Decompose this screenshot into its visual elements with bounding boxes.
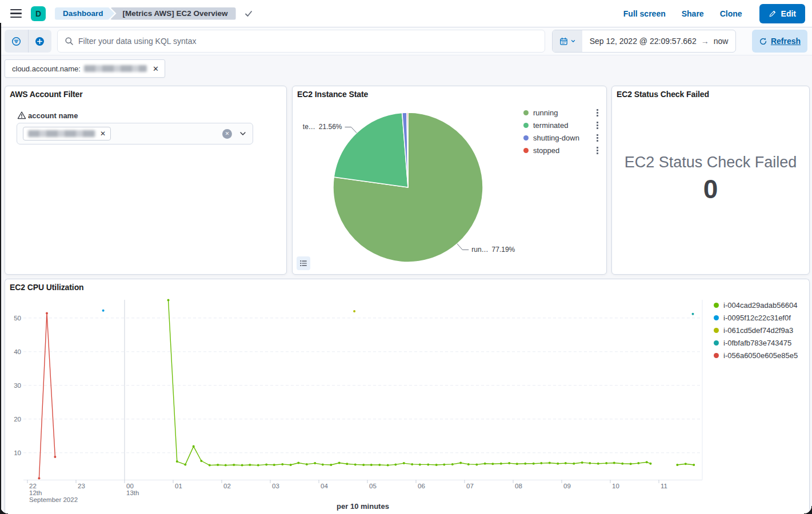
legend-label[interactable]: i-0fbfafb783e743475: [723, 339, 798, 347]
legend-actions-icon[interactable]: [597, 147, 598, 148]
legend-label[interactable]: i-0095f12c22c31ef0f: [723, 314, 798, 322]
series-point-i-004cad29adab56604: [346, 463, 348, 465]
panel-ec2-instance-state: EC2 Instance State run… 77.19%te… 21.56%…: [292, 86, 607, 275]
series-point-i-004cad29adab56604: [451, 463, 454, 465]
legend-label[interactable]: i-056a6050e605e85e5: [723, 351, 798, 360]
y-tick-label: 10: [14, 449, 21, 456]
filter-pill-cloud-account-name[interactable]: cloud.account.name: ✕: [5, 59, 165, 78]
x-tick-label: 06: [418, 483, 425, 489]
clone-link[interactable]: Clone: [720, 9, 742, 18]
token-remove-icon[interactable]: ✕: [100, 130, 106, 138]
pie-slice-terminated[interactable]: [334, 113, 408, 187]
share-link[interactable]: Share: [682, 9, 704, 18]
series-point-i-004cad29adab56604: [427, 463, 429, 465]
series-point-i-004cad29adab56604: [500, 463, 502, 465]
series-point-i-004cad29adab56604: [533, 463, 535, 465]
legend-item-i-0095f12c22c31ef0f[interactable]: i-0095f12c22c31ef0f: [714, 311, 798, 324]
series-line-i-004cad29adab56604: [169, 300, 651, 465]
legend-item-running[interactable]: running: [523, 106, 602, 119]
chevron-down-icon[interactable]: [239, 130, 247, 138]
series-point-i-004cad29adab56604: [605, 462, 607, 464]
legend-label[interactable]: running: [533, 109, 593, 117]
legend-item-terminated[interactable]: terminated: [523, 119, 602, 131]
series-point-i-004cad29adab56604: [330, 464, 332, 466]
legend-color-dot[interactable]: [714, 303, 719, 308]
series-point-i-004cad29adab56604: [630, 463, 632, 465]
legend-actions-icon[interactable]: [597, 109, 598, 111]
series-point-i-004cad29adab56604: [508, 462, 510, 464]
legend-item-i-061cd5def74d2f9a3[interactable]: i-061cd5def74d2f9a3: [714, 324, 798, 336]
x-tick-sublabel: 12th: [29, 489, 42, 496]
legend-actions-icon[interactable]: [597, 122, 598, 123]
series-point-i-004cad29adab56604: [621, 463, 623, 465]
full-screen-link[interactable]: Full screen: [623, 9, 666, 18]
refresh-button-label: Refresh: [771, 37, 801, 46]
x-tick-label: 10: [612, 483, 619, 489]
x-tick-sublabel: 13th: [126, 489, 139, 496]
series-point-i-004cad29adab56604: [549, 462, 551, 464]
series-point-i-004cad29adab56604: [516, 463, 518, 465]
y-tick-label: 50: [14, 315, 21, 322]
legend-item-i-004cad29adab56604[interactable]: i-004cad29adab56604: [714, 299, 798, 311]
series-point-i-056a6050e605e85e5: [46, 312, 48, 315]
account-name-combobox[interactable]: ✕ ✕: [17, 123, 253, 144]
panel-title: AWS Account Filter: [10, 90, 83, 99]
breadcrumb-current-dashboard[interactable]: [Metrics AWS] EC2 Overview: [110, 7, 236, 20]
legend-item-i-0fbfafb783e743475[interactable]: i-0fbfafb783e743475: [714, 336, 798, 349]
series-point-i-004cad29adab56604: [394, 463, 397, 465]
date-range-arrow-icon: →: [701, 37, 709, 46]
series-point-i-004cad29adab56604: [225, 464, 227, 467]
cpu-chart-legend: i-004cad29adab56604i-0095f12c22c31ef0fi-…: [714, 299, 798, 362]
legend-toggle-list-icon[interactable]: [297, 256, 310, 270]
window-edge: [0, 23, 1, 514]
legend-color-dot[interactable]: [714, 340, 719, 346]
y-tick-label: 40: [14, 348, 21, 355]
x-tick-label: 23: [78, 483, 85, 489]
legend-label[interactable]: i-004cad29adab56604: [723, 301, 798, 310]
add-filter-icon[interactable]: [29, 30, 52, 53]
legend-color-dot[interactable]: [714, 353, 719, 358]
series-line-i-056a6050e605e85e5: [39, 314, 55, 479]
series-point-i-0095f12c22c31ef0f: [102, 310, 105, 312]
series-point-i-004cad29adab56604: [565, 462, 567, 464]
menu-hamburger-icon[interactable]: [5, 2, 27, 25]
legend-label[interactable]: stopped: [533, 146, 593, 155]
edit-button[interactable]: Edit: [759, 4, 805, 23]
legend-item-shutting-down[interactable]: shutting-down: [523, 131, 602, 144]
legend-item-i-056a6050e605e85e5[interactable]: i-056a6050e605e85e5: [714, 349, 798, 362]
refresh-button[interactable]: Refresh: [752, 30, 807, 53]
legend-color-dot[interactable]: [714, 328, 719, 333]
legend-label[interactable]: terminated: [533, 121, 593, 130]
cpu-utilization-line-chart: 10203040502212thSeptember 2022230013th01…: [5, 279, 809, 513]
query-toolbar: Sep 12, 2022 @ 22:09:57.662 → now Refres…: [0, 27, 812, 55]
kql-search-input[interactable]: [78, 37, 538, 46]
series-point-i-004cad29adab56604: [637, 462, 639, 464]
dashboard-app-badge[interactable]: D: [31, 6, 46, 21]
combobox-clear-icon[interactable]: ✕: [222, 129, 232, 139]
series-point-i-004cad29adab56604: [273, 464, 275, 466]
legend-color-dot: [523, 110, 529, 115]
calendar-icon-button[interactable]: [553, 30, 582, 52]
breadcrumb-dashboard[interactable]: Dashboard: [55, 7, 115, 20]
date-range-start[interactable]: Sep 12, 2022 @ 22:09:57.662: [590, 37, 697, 46]
series-point-i-004cad29adab56604: [646, 461, 648, 463]
series-point-i-056a6050e605e85e5: [38, 477, 40, 480]
saved-filter-set-icon[interactable]: [5, 30, 28, 53]
pie-slice-label: run… 77.19%: [471, 246, 515, 254]
date-range-end[interactable]: now: [714, 37, 729, 46]
series-point-i-004cad29adab56604: [193, 445, 195, 448]
legend-item-stopped[interactable]: stopped: [523, 144, 602, 156]
selected-account-token[interactable]: ✕: [23, 127, 111, 140]
series-point-i-004cad29adab56604: [597, 463, 599, 465]
series-point-i-004cad29adab56604: [176, 460, 178, 463]
legend-label[interactable]: shutting-down: [533, 134, 593, 142]
legend-actions-icon[interactable]: [597, 134, 598, 136]
legend-color-dot[interactable]: [714, 315, 719, 320]
kql-search-box[interactable]: [57, 30, 545, 53]
filter-remove-icon[interactable]: ✕: [153, 65, 159, 73]
legend-label[interactable]: i-061cd5def74d2f9a3: [723, 326, 798, 335]
pie-legend: runningterminatedshutting-downstopped: [523, 106, 602, 156]
series-point-i-004cad29adab56604: [257, 464, 259, 467]
series-point-i-004cad29adab56604: [290, 464, 292, 466]
series-point-i-004cad29adab56604: [581, 461, 583, 464]
